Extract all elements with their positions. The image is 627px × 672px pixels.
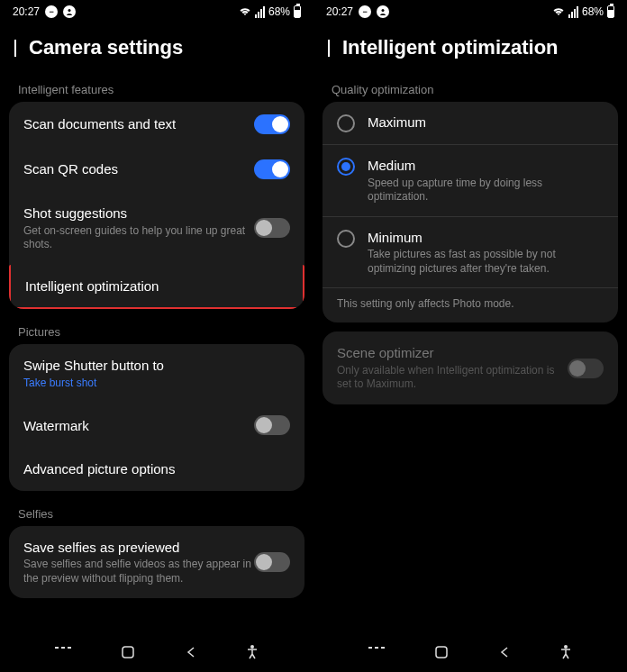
chevron-left-icon xyxy=(14,40,16,57)
svg-point-5 xyxy=(250,645,254,649)
header: Camera settings xyxy=(0,23,314,76)
row-intelligent-optimization[interactable]: Intelligent optimization xyxy=(9,265,304,310)
radio-icon xyxy=(337,230,355,248)
row-subtitle: Get on-screen guides to help you line up… xyxy=(23,224,254,252)
nav-recent-icon[interactable] xyxy=(55,646,71,662)
status-time: 20:27 xyxy=(13,5,40,18)
radio-icon xyxy=(337,114,355,132)
nav-accessibility-icon[interactable] xyxy=(559,645,572,663)
toggle-scan-qr[interactable] xyxy=(254,159,290,179)
card-quality-optimization: Maximum Medium Speed up capture time by … xyxy=(323,102,618,322)
row-swipe-shutter[interactable]: Swipe Shutter button to Take burst shot xyxy=(9,344,304,403)
row-advanced-picture[interactable]: Advanced picture options xyxy=(9,448,304,491)
svg-point-11 xyxy=(564,645,568,649)
battery-icon xyxy=(607,5,614,18)
row-subtitle: Speed up capture time by doing less opti… xyxy=(368,177,604,204)
row-title: Watermark xyxy=(23,417,254,435)
svg-point-6 xyxy=(382,9,385,12)
row-subtitle: Take burst shot xyxy=(23,377,290,391)
status-time: 20:27 xyxy=(326,5,353,18)
wifi-icon xyxy=(239,7,251,16)
status-bar: 20:27 − 68% xyxy=(0,0,314,23)
page-title: Intelligent optimization xyxy=(342,36,559,59)
radio-row-medium[interactable]: Medium Speed up capture time by doing le… xyxy=(323,145,618,217)
card-intelligent-features: Scan documents and text Scan QR codes Sh… xyxy=(9,102,304,309)
radio-row-minimum[interactable]: Minimum Take pictures as fast as possibl… xyxy=(323,217,618,289)
nav-home-icon[interactable] xyxy=(121,645,135,663)
section-label-pictures: Pictures xyxy=(9,318,304,344)
nav-bar xyxy=(314,636,627,672)
status-bar: 20:27 − 68% xyxy=(314,0,627,23)
nav-back-icon[interactable] xyxy=(186,646,196,662)
toggle-shot-suggestions[interactable] xyxy=(254,218,290,238)
row-subtitle: Save selfies and selfie videos as they a… xyxy=(23,558,254,586)
row-title: Advanced picture options xyxy=(23,460,290,478)
row-subtitle: Take pictures as fast as possible by not… xyxy=(368,248,604,276)
signal-icon xyxy=(568,6,578,18)
row-title: Minimum xyxy=(368,229,604,247)
screen-camera-settings: 20:27 − 68% Camera settings Intelligent … xyxy=(0,0,314,672)
svg-rect-10 xyxy=(436,647,447,658)
section-label-selfies: Selfies xyxy=(9,500,304,526)
nav-accessibility-icon[interactable] xyxy=(246,645,259,663)
signal-icon xyxy=(255,6,265,18)
header: Intelligent optimization xyxy=(314,23,627,76)
nav-back-icon[interactable] xyxy=(499,646,510,662)
toggle-watermark[interactable] xyxy=(254,415,290,435)
status-profile-icon xyxy=(63,5,76,18)
card-pictures: Swipe Shutter button to Take burst shot … xyxy=(9,344,304,491)
note-photo-mode: This setting only affects Photo mode. xyxy=(323,288,618,322)
status-minus-icon: − xyxy=(45,5,58,18)
radio-icon-selected xyxy=(337,158,355,176)
row-title: Scene optimizer xyxy=(337,344,568,362)
card-selfies: Save selfies as previewed Save selfies a… xyxy=(9,526,304,599)
page-title: Camera settings xyxy=(29,36,183,59)
battery-percent: 68% xyxy=(268,5,290,18)
toggle-scan-documents[interactable] xyxy=(254,114,290,134)
row-scene-optimizer: Scene optimizer Only available when Inte… xyxy=(323,331,618,404)
battery-icon xyxy=(294,5,301,18)
card-scene-optimizer: Scene optimizer Only available when Inte… xyxy=(323,331,618,404)
battery-percent: 68% xyxy=(582,5,604,18)
nav-recent-icon[interactable] xyxy=(368,646,385,662)
nav-bar xyxy=(0,636,314,672)
row-title: Intelligent optimization xyxy=(25,277,288,295)
row-scan-documents[interactable]: Scan documents and text xyxy=(9,102,304,147)
row-shot-suggestions[interactable]: Shot suggestions Get on-screen guides to… xyxy=(9,192,304,265)
row-title: Maximum xyxy=(368,114,604,132)
toggle-save-selfies[interactable] xyxy=(254,552,290,572)
row-watermark[interactable]: Watermark xyxy=(9,403,304,448)
nav-home-icon[interactable] xyxy=(434,645,449,663)
status-profile-icon xyxy=(377,5,389,18)
row-title: Shot suggestions xyxy=(23,204,254,222)
row-title: Scan QR codes xyxy=(23,160,254,178)
toggle-scene-optimizer xyxy=(568,359,604,378)
row-subtitle: Only available when Intelligent optimiza… xyxy=(337,364,568,392)
svg-point-0 xyxy=(68,9,71,12)
wifi-icon xyxy=(552,7,565,16)
row-title: Save selfies as previewed xyxy=(23,539,254,557)
screen-intelligent-optimization: 20:27 − 68% Intelligent optimization Qua… xyxy=(314,0,627,672)
row-title: Scan documents and text xyxy=(23,115,254,133)
status-minus-icon: − xyxy=(359,5,371,18)
section-label-quality: Quality optimization xyxy=(323,76,618,102)
chevron-left-icon xyxy=(328,40,330,57)
svg-rect-4 xyxy=(123,647,133,658)
section-label-intelligent: Intelligent features xyxy=(9,76,304,102)
back-button[interactable] xyxy=(14,40,16,56)
row-save-selfies[interactable]: Save selfies as previewed Save selfies a… xyxy=(9,526,304,599)
row-title: Swipe Shutter button to xyxy=(23,357,290,375)
radio-row-maximum[interactable]: Maximum xyxy=(323,102,618,145)
row-scan-qr[interactable]: Scan QR codes xyxy=(9,147,304,192)
row-title: Medium xyxy=(368,157,604,175)
back-button[interactable] xyxy=(328,40,330,56)
